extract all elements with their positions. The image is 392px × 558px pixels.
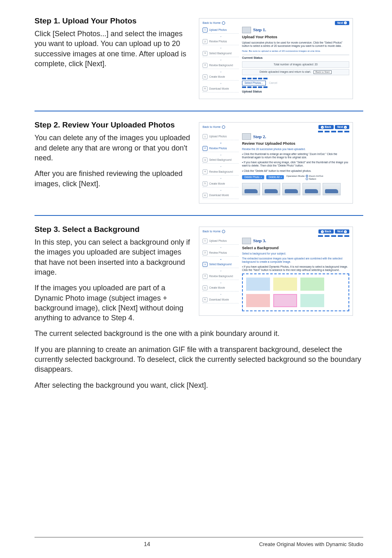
background-tile-selected[interactable] — [273, 294, 297, 307]
back-to-home-link[interactable]: Back to Home — [203, 21, 225, 25]
delete-all-button[interactable]: Delete All• — [266, 175, 284, 179]
step1-screenshot: Back to Home Next› 1Upload Photos ⌄ — [199, 18, 353, 99]
sidebar-item-select-bg[interactable]: 3Select Background — [203, 157, 239, 164]
refresh-icon — [222, 21, 225, 25]
photo-thumbnail[interactable] — [262, 183, 280, 195]
review-bullet3: • Click the "Delete All" button to reset… — [242, 169, 349, 173]
back-to-home-link[interactable]: Back to Home — [203, 125, 225, 129]
back-to-home-link[interactable]: Back to Home — [203, 230, 225, 233]
step3-figure: Back to Home ‹Back Next› 1Upload Photos … — [199, 225, 355, 316]
step3-body2: If the images you uploaded are part of a… — [35, 283, 194, 323]
background-tile[interactable] — [300, 278, 324, 291]
background-tile[interactable] — [300, 294, 324, 307]
step1-body: Click [Select Photos...] and select the … — [35, 29, 194, 69]
sidebar-item-download-movie[interactable]: 6Download Movie — [203, 192, 239, 199]
step3-body5: After selecting the background you want,… — [35, 380, 363, 390]
sidebar-item-review-photos[interactable]: 2Review Photos — [203, 145, 239, 152]
chevron-down-icon: ⌄ — [203, 245, 239, 250]
photo-thumbnail[interactable] — [282, 183, 300, 195]
delete-photo-button[interactable]: Delete Photo• — [242, 175, 264, 179]
footer-text: Create Original Movies with Dynamic Stud… — [259, 541, 363, 547]
photo-thumbnail[interactable] — [302, 183, 321, 195]
sidebar-item-review-bg[interactable]: 4Review Background — [203, 62, 239, 69]
wizard-sidebar: 1Upload Photos ⌄ 2Review Photos ⌄ 3Selec… — [203, 133, 239, 199]
sidebar-item-review-photos[interactable]: 2Review Photos — [203, 250, 239, 257]
chevron-down-icon: ⌄ — [203, 45, 239, 50]
chevron-down-icon: ⌄ — [203, 81, 239, 86]
refresh-icon — [222, 125, 225, 129]
sidebar-item-upload[interactable]: 1Upload Photos — [203, 133, 239, 140]
sidebar-item-select-bg[interactable]: 3Select Background — [203, 261, 239, 268]
step2-screenshot: Back to Home ‹Back Next› 1Upload Photos … — [199, 122, 353, 204]
chevron-down-icon: ⌄ — [203, 176, 239, 181]
step1-block: Step 1. Upload Your Photos Click [Select… — [35, 16, 363, 99]
step2-figure: Back to Home ‹Back Next› 1Upload Photos … — [199, 120, 355, 204]
background-tile[interactable] — [246, 278, 270, 291]
chevron-down-icon: ⌄ — [203, 257, 239, 262]
step-label: Step 1. — [253, 27, 266, 32]
sidebar-item-review-photos[interactable]: 2Review Photos — [203, 38, 239, 45]
sidebar-item-select-bg[interactable]: 3Select Background — [203, 50, 239, 57]
bg-intro: Select a background for your subject. — [242, 252, 349, 255]
review-intro: Review the 20 successive photos you have… — [242, 148, 349, 151]
back-to-start-button[interactable]: Back to Start — [314, 70, 332, 74]
step3-screenshot: Back to Home ‹Back Next› 1Upload Photos … — [199, 227, 353, 316]
sidebar-item-create-movie[interactable]: 5Create Movie — [203, 181, 239, 188]
mountain-icon — [242, 238, 251, 244]
car-icon — [242, 133, 251, 140]
panel-note: Note: Be sure to upload a series of 20 s… — [242, 49, 349, 52]
document-page: Step 1. Upload Your Photos Click [Select… — [0, 0, 392, 558]
step3-heading: Step 3. Select a Background — [35, 225, 194, 234]
delete-line: Delete uploaded images and return to sta… — [242, 69, 349, 75]
step3-body4: If you are planning to create an animati… — [35, 345, 363, 375]
background-grid — [242, 273, 349, 311]
upload-status-heading: Upload Status — [242, 89, 349, 95]
background-tile[interactable] — [246, 294, 270, 307]
step-label: Step 3. — [253, 238, 266, 243]
chevron-down-icon: ⌄ — [203, 280, 239, 285]
bg-sub: The extracted successive images you have… — [242, 257, 349, 264]
panel-title: Review Your Uploaded Photos — [242, 141, 349, 146]
review-bullet1: • Click the thumbnail to enlarge an imag… — [242, 153, 349, 159]
sidebar-item-download-movie[interactable]: 6Download Movie — [203, 86, 239, 93]
camera-icon — [242, 27, 251, 33]
next-button[interactable]: Next› — [335, 229, 349, 234]
step2-body2: After you are finished reviewing the upl… — [35, 169, 194, 189]
sidebar-item-upload[interactable]: 1Upload Photos — [203, 238, 239, 245]
step1-heading: Step 1. Upload Your Photos — [35, 16, 194, 25]
next-button[interactable]: Next› — [335, 125, 349, 129]
select-photos-button[interactable]: Select Photos... — [242, 81, 266, 86]
chevron-down-icon: ⌄ — [203, 164, 239, 169]
sidebar-item-review-bg[interactable]: 4Review Background — [203, 273, 239, 280]
sidebar-item-create-movie[interactable]: 5Create Movie — [203, 74, 239, 81]
radio-zoom[interactable] — [306, 175, 308, 177]
step3-block: Step 3. Select a Background In this step… — [35, 225, 363, 390]
page-footer: 14 Create Original Movies with Dynamic S… — [35, 537, 363, 547]
sidebar-item-create-movie[interactable]: 5Create Movie — [203, 285, 239, 292]
operation-mode: Operation Mode: Zoom In/Out Operation Mo… — [286, 174, 323, 181]
photo-thumbnail[interactable] — [323, 183, 341, 195]
bg-bullet1: • If you have uploaded Dynamic Photos, i… — [242, 265, 349, 272]
back-button[interactable]: ‹Back — [318, 125, 334, 129]
step1-figure: Back to Home Next› 1Upload Photos ⌄ — [199, 16, 355, 99]
photo-thumbnail[interactable] — [242, 183, 260, 195]
chevron-down-icon: ⌄ — [203, 140, 239, 145]
chevron-down-icon: ⌄ — [203, 34, 239, 39]
next-button[interactable]: Next› — [335, 21, 349, 25]
sidebar-item-download-movie[interactable]: 6Download Movie — [203, 296, 239, 303]
current-status-heading: Current Status — [242, 55, 349, 61]
chevron-down-icon: ⌄ — [203, 57, 239, 62]
refresh-icon — [222, 230, 225, 233]
section-divider — [35, 215, 363, 216]
panel-title: Select a Background — [242, 246, 349, 250]
radio-select[interactable] — [306, 178, 308, 180]
back-button[interactable]: ‹Back — [318, 229, 334, 234]
chevron-down-icon: ⌄ — [203, 292, 239, 296]
background-tile[interactable] — [273, 278, 297, 291]
sidebar-item-review-bg[interactable]: 4Review Background — [203, 169, 239, 176]
step3-body1: In this step, you can select a backgroun… — [35, 237, 194, 277]
sidebar-item-upload[interactable]: 1Upload Photos — [203, 27, 239, 34]
cancel-button[interactable]: Cancel — [269, 81, 277, 85]
wizard-sidebar: 1Upload Photos ⌄ 2Review Photos ⌄ 3Selec… — [203, 27, 239, 95]
total-uploaded-line: Total number of images uploaded: 20 — [242, 61, 349, 68]
